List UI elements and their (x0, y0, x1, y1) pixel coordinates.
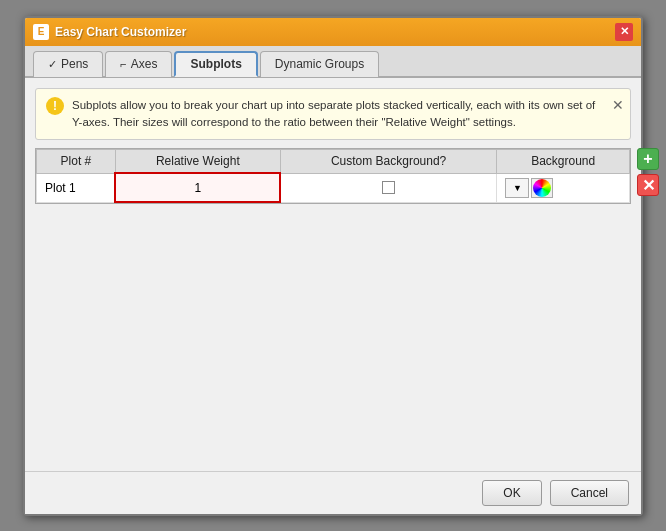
table-header-row: Plot # Relative Weight Custom Background… (37, 150, 630, 174)
title-bar: E Easy Chart Customizer ✕ (25, 18, 641, 46)
tab-pens-label: Pens (61, 57, 88, 71)
tab-bar: ✓ Pens ⌐ Axes Subplots Dynamic Groups (25, 46, 641, 78)
info-close-button[interactable]: ✕ (612, 95, 624, 116)
table-wrapper: Plot # Relative Weight Custom Background… (36, 149, 630, 203)
cell-custom-bg (280, 173, 497, 202)
subplots-table: Plot # Relative Weight Custom Background… (36, 149, 630, 203)
pens-tab-icon: ✓ (48, 58, 57, 71)
custom-bg-checkbox[interactable] (382, 181, 395, 194)
side-buttons: + ✕ (637, 148, 659, 196)
ok-button[interactable]: OK (482, 480, 541, 506)
col-custom-bg: Custom Background? (280, 150, 497, 174)
col-background: Background (497, 150, 630, 174)
tab-axes-label: Axes (131, 57, 158, 71)
checkbox-container (289, 181, 488, 194)
tab-axes[interactable]: ⌐ Axes (105, 51, 172, 77)
tab-pens[interactable]: ✓ Pens (33, 51, 103, 77)
axes-tab-icon: ⌐ (120, 58, 126, 70)
table-outer: Plot # Relative Weight Custom Background… (35, 148, 631, 461)
tab-subplots-label: Subplots (190, 57, 241, 71)
bg-dropdown-container: ▼ (505, 178, 621, 198)
cell-weight-value: 1 (194, 181, 201, 195)
info-text: Subplots allow you to break your chart u… (72, 99, 595, 128)
window-close-button[interactable]: ✕ (615, 23, 633, 41)
table-row: Plot 1 1 (37, 173, 630, 202)
cancel-button[interactable]: Cancel (550, 480, 629, 506)
app-icon: E (33, 24, 49, 40)
tab-dynamic-groups-label: Dynamic Groups (275, 57, 364, 71)
table-container: Plot # Relative Weight Custom Background… (35, 148, 631, 204)
main-window: E Easy Chart Customizer ✕ ✓ Pens ⌐ Axes … (23, 16, 643, 516)
bg-dropdown-button[interactable]: ▼ (505, 178, 529, 198)
col-plot: Plot # (37, 150, 116, 174)
content-area: ! Subplots allow you to break your chart… (25, 78, 641, 471)
cell-plot-name: Plot 1 (37, 173, 116, 202)
remove-row-button[interactable]: ✕ (637, 174, 659, 196)
window-title: Easy Chart Customizer (55, 25, 186, 39)
footer: OK Cancel (25, 471, 641, 514)
bg-color-picker-button[interactable] (531, 178, 553, 198)
info-icon: ! (46, 97, 64, 115)
col-weight: Relative Weight (115, 150, 280, 174)
title-bar-left: E Easy Chart Customizer (33, 24, 186, 40)
color-wheel-icon (533, 179, 551, 197)
add-row-button[interactable]: + (637, 148, 659, 170)
cell-weight[interactable]: 1 (115, 173, 280, 202)
tab-subplots[interactable]: Subplots (174, 51, 257, 77)
tab-dynamic-groups[interactable]: Dynamic Groups (260, 51, 379, 77)
info-box: ! Subplots allow you to break your chart… (35, 88, 631, 141)
cell-background: ▼ (497, 173, 630, 202)
